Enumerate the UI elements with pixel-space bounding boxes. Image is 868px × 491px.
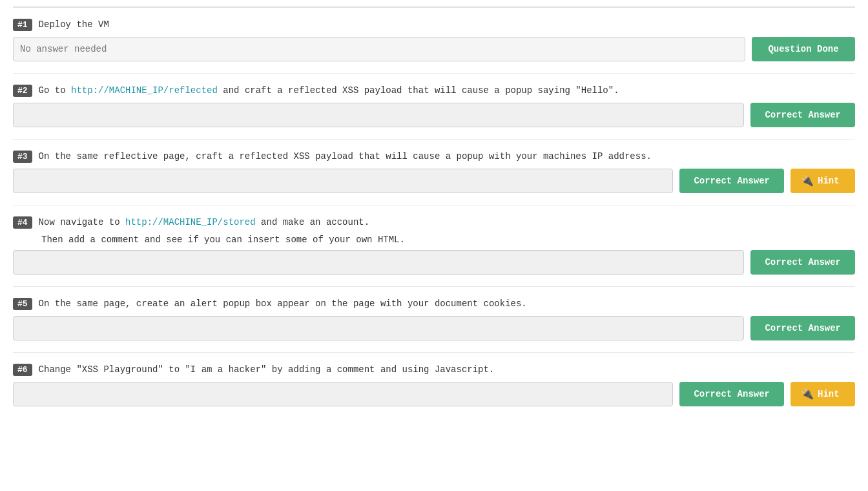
divider-4: [13, 286, 855, 287]
correct-answer-button-4[interactable]: Correct Answer: [750, 250, 855, 275]
machine-ip-link-2[interactable]: http://MACHINE_IP/reflected: [71, 85, 218, 96]
question-header-6: #6 Change "XSS Playground" to "I am a ha…: [13, 363, 855, 377]
question-block-1: #1 Deploy the VM Question Done: [13, 18, 855, 61]
divider-1: [13, 73, 855, 74]
question-block-5: #5 On the same page, create an alert pop…: [13, 297, 855, 340]
answer-row-5: Correct Answer: [13, 316, 855, 340]
question-text-3: On the same reflective page, craft a ref…: [39, 150, 652, 163]
question-number-1: #1: [13, 19, 32, 31]
question-text-4: Now navigate to http://MACHINE_IP/stored…: [39, 216, 370, 229]
correct-answer-button-5[interactable]: Correct Answer: [750, 316, 855, 340]
question-number-2: #2: [13, 85, 32, 97]
question-text-2: Go to http://MACHINE_IP/reflected and cr…: [39, 84, 619, 98]
answer-input-4[interactable]: [13, 250, 744, 275]
question-number-4: #4: [13, 216, 32, 229]
hint-label-6: Hint: [818, 389, 840, 399]
hint-button-6[interactable]: 🔌 Hint: [790, 382, 855, 406]
hint-label-3: Hint: [818, 176, 840, 186]
question-number-6: #6: [13, 364, 32, 376]
question-block-4: #4 Now navigate to http://MACHINE_IP/sto…: [13, 216, 855, 275]
question-number-3: #3: [13, 151, 32, 163]
answer-input-1[interactable]: [13, 37, 745, 61]
question-header-2: #2 Go to http://MACHINE_IP/reflected and…: [13, 84, 855, 98]
hint-icon-3: 🔌: [801, 174, 814, 187]
question-block-6: #6 Change "XSS Playground" to "I am a ha…: [13, 363, 855, 406]
question-header-3: #3 On the same reflective page, craft a …: [13, 150, 855, 163]
question-header-4: #4 Now navigate to http://MACHINE_IP/sto…: [13, 216, 855, 229]
question-text-5: On the same page, create an alert popup …: [39, 297, 527, 311]
correct-answer-button-2[interactable]: Correct Answer: [750, 103, 855, 127]
question-header-1: #1 Deploy the VM: [13, 18, 855, 32]
question-done-button-1[interactable]: Question Done: [752, 37, 855, 61]
correct-answer-button-3[interactable]: Correct Answer: [679, 169, 784, 193]
question-subtext-4: Then add a comment and see if you can in…: [41, 235, 855, 245]
question-block-3: #3 On the same reflective page, craft a …: [13, 150, 855, 193]
hint-button-3[interactable]: 🔌 Hint: [790, 169, 855, 193]
question-text-1: Deploy the VM: [39, 18, 109, 32]
top-divider: [13, 6, 855, 8]
correct-answer-button-6[interactable]: Correct Answer: [679, 382, 784, 406]
answer-row-2: Correct Answer: [13, 103, 855, 127]
answer-input-3[interactable]: [13, 169, 673, 193]
answer-row-1: Question Done: [13, 37, 855, 61]
answer-input-2[interactable]: [13, 103, 744, 127]
question-number-5: #5: [13, 298, 32, 310]
answer-row-3: Correct Answer 🔌 Hint: [13, 169, 855, 193]
answer-input-6[interactable]: [13, 382, 673, 406]
divider-2: [13, 139, 855, 140]
question-header-5: #5 On the same page, create an alert pop…: [13, 297, 855, 311]
divider-5: [13, 352, 855, 353]
answer-row-6: Correct Answer 🔌 Hint: [13, 382, 855, 406]
answer-row-4: Correct Answer: [13, 250, 855, 275]
question-text-6: Change "XSS Playground" to "I am a hacke…: [39, 363, 495, 377]
answer-input-5[interactable]: [13, 316, 744, 340]
question-block-2: #2 Go to http://MACHINE_IP/reflected and…: [13, 84, 855, 127]
machine-ip-link-4[interactable]: http://MACHINE_IP/stored: [125, 217, 256, 227]
hint-icon-6: 🔌: [801, 388, 814, 401]
divider-3: [13, 205, 855, 205]
page-container: #1 Deploy the VM Question Done #2 Go to …: [0, 0, 868, 431]
